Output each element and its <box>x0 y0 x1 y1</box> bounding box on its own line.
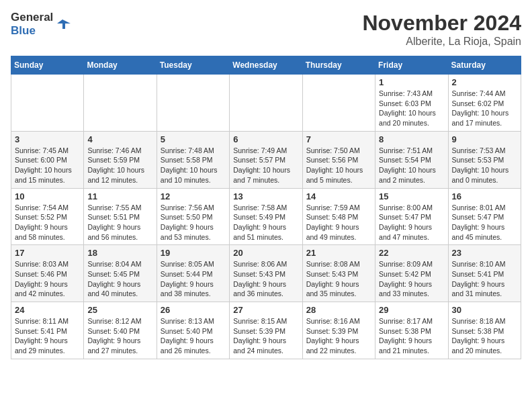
day-info: Sunrise: 7:48 AMSunset: 5:58 PMDaylight:… <box>161 146 226 185</box>
calendar-cell: 21Sunrise: 8:08 AMSunset: 5:43 PMDayligh… <box>302 245 375 302</box>
calendar-cell: 4Sunrise: 7:46 AMSunset: 5:59 PMDaylight… <box>84 131 157 188</box>
day-number: 17 <box>15 248 80 258</box>
day-header-friday: Friday <box>375 56 448 75</box>
calendar-cell <box>84 75 157 132</box>
day-number: 7 <box>306 134 371 144</box>
calendar-cell: 23Sunrise: 8:10 AMSunset: 5:41 PMDayligh… <box>448 245 521 302</box>
calendar-cell <box>157 75 229 132</box>
day-info: Sunrise: 8:18 AMSunset: 5:38 PMDaylight:… <box>452 316 517 356</box>
calendar-cell: 28Sunrise: 8:16 AMSunset: 5:39 PMDayligh… <box>302 302 375 359</box>
location-subtitle: Alberite, La Rioja, Spain <box>362 36 521 48</box>
day-header-saturday: Saturday <box>448 56 521 75</box>
day-number: 1 <box>379 77 444 87</box>
logo: General Blue <box>11 11 71 38</box>
day-info: Sunrise: 8:15 AMSunset: 5:39 PMDaylight:… <box>233 316 298 356</box>
calendar-cell: 7Sunrise: 7:50 AMSunset: 5:56 PMDaylight… <box>302 131 375 188</box>
day-info: Sunrise: 8:13 AMSunset: 5:40 PMDaylight:… <box>161 316 226 356</box>
day-info: Sunrise: 8:03 AMSunset: 5:46 PMDaylight:… <box>15 259 80 299</box>
day-number: 11 <box>87 191 152 201</box>
calendar-cell: 1Sunrise: 7:43 AMSunset: 6:03 PMDaylight… <box>375 75 448 132</box>
day-info: Sunrise: 7:43 AMSunset: 6:03 PMDaylight:… <box>379 89 444 128</box>
calendar-cell <box>230 75 302 132</box>
day-info: Sunrise: 7:50 AMSunset: 5:56 PMDaylight:… <box>306 146 371 185</box>
day-number: 3 <box>15 134 80 144</box>
page-header: General Blue November 2024 Alberite, La … <box>11 11 521 48</box>
logo-blue: Blue <box>11 24 53 38</box>
day-number: 16 <box>452 191 517 201</box>
calendar-cell: 16Sunrise: 8:01 AMSunset: 5:47 PMDayligh… <box>448 188 521 245</box>
calendar-cell: 14Sunrise: 7:59 AMSunset: 5:48 PMDayligh… <box>302 188 375 245</box>
calendar-cell: 9Sunrise: 7:53 AMSunset: 5:53 PMDaylight… <box>448 131 521 188</box>
day-info: Sunrise: 8:10 AMSunset: 5:41 PMDaylight:… <box>452 259 517 299</box>
day-header-thursday: Thursday <box>302 56 375 75</box>
day-number: 30 <box>452 305 517 315</box>
day-number: 14 <box>306 191 371 201</box>
day-info: Sunrise: 8:05 AMSunset: 5:44 PMDaylight:… <box>161 259 226 299</box>
day-number: 8 <box>379 134 444 144</box>
logo-general: General <box>11 11 53 24</box>
calendar-cell: 19Sunrise: 8:05 AMSunset: 5:44 PMDayligh… <box>157 245 229 302</box>
calendar-cell: 10Sunrise: 7:54 AMSunset: 5:52 PMDayligh… <box>11 188 84 245</box>
calendar-cell: 3Sunrise: 7:45 AMSunset: 6:00 PMDaylight… <box>11 131 84 188</box>
calendar-cell: 15Sunrise: 8:00 AMSunset: 5:47 PMDayligh… <box>375 188 448 245</box>
day-number: 13 <box>233 191 298 201</box>
calendar-cell: 22Sunrise: 8:09 AMSunset: 5:42 PMDayligh… <box>375 245 448 302</box>
day-number: 20 <box>233 248 298 258</box>
calendar-cell: 20Sunrise: 8:06 AMSunset: 5:43 PMDayligh… <box>230 245 302 302</box>
day-info: Sunrise: 8:00 AMSunset: 5:47 PMDaylight:… <box>379 203 444 242</box>
calendar-cell: 2Sunrise: 7:44 AMSunset: 6:02 PMDaylight… <box>448 75 521 132</box>
calendar-table: SundayMondayTuesdayWednesdayThursdayFrid… <box>11 56 521 359</box>
day-header-sunday: Sunday <box>11 56 84 75</box>
day-info: Sunrise: 8:17 AMSunset: 5:38 PMDaylight:… <box>379 316 444 356</box>
title-block: November 2024 Alberite, La Rioja, Spain <box>362 11 521 48</box>
day-info: Sunrise: 8:09 AMSunset: 5:42 PMDaylight:… <box>379 259 444 299</box>
day-number: 6 <box>233 134 298 144</box>
day-number: 29 <box>379 305 444 315</box>
day-number: 23 <box>452 248 517 258</box>
day-number: 12 <box>161 191 226 201</box>
day-info: Sunrise: 8:04 AMSunset: 5:45 PMDaylight:… <box>87 259 152 299</box>
day-number: 4 <box>87 134 152 144</box>
calendar-cell: 24Sunrise: 8:11 AMSunset: 5:41 PMDayligh… <box>11 302 84 359</box>
calendar-cell: 27Sunrise: 8:15 AMSunset: 5:39 PMDayligh… <box>230 302 302 359</box>
day-number: 22 <box>379 248 444 258</box>
day-info: Sunrise: 7:59 AMSunset: 5:48 PMDaylight:… <box>306 203 371 242</box>
day-info: Sunrise: 7:58 AMSunset: 5:49 PMDaylight:… <box>233 203 298 242</box>
day-info: Sunrise: 7:49 AMSunset: 5:57 PMDaylight:… <box>233 146 298 185</box>
calendar-cell: 8Sunrise: 7:51 AMSunset: 5:54 PMDaylight… <box>375 131 448 188</box>
calendar-cell: 18Sunrise: 8:04 AMSunset: 5:45 PMDayligh… <box>84 245 157 302</box>
calendar-cell: 30Sunrise: 8:18 AMSunset: 5:38 PMDayligh… <box>448 302 521 359</box>
day-number: 9 <box>452 134 517 144</box>
calendar-cell <box>11 75 84 132</box>
day-number: 24 <box>15 305 80 315</box>
calendar-cell: 6Sunrise: 7:49 AMSunset: 5:57 PMDaylight… <box>230 131 302 188</box>
day-number: 21 <box>306 248 371 258</box>
svg-marker-0 <box>57 19 71 29</box>
day-info: Sunrise: 8:01 AMSunset: 5:47 PMDaylight:… <box>452 203 517 242</box>
day-number: 26 <box>161 305 226 315</box>
day-info: Sunrise: 7:54 AMSunset: 5:52 PMDaylight:… <box>15 203 80 242</box>
calendar-cell <box>302 75 375 132</box>
day-number: 28 <box>306 305 371 315</box>
calendar-cell: 26Sunrise: 8:13 AMSunset: 5:40 PMDayligh… <box>157 302 229 359</box>
day-info: Sunrise: 7:51 AMSunset: 5:54 PMDaylight:… <box>379 146 444 185</box>
calendar-cell: 5Sunrise: 7:48 AMSunset: 5:58 PMDaylight… <box>157 131 229 188</box>
day-info: Sunrise: 7:45 AMSunset: 6:00 PMDaylight:… <box>15 146 80 185</box>
day-number: 25 <box>87 305 152 315</box>
day-info: Sunrise: 8:16 AMSunset: 5:39 PMDaylight:… <box>306 316 371 356</box>
calendar-cell: 17Sunrise: 8:03 AMSunset: 5:46 PMDayligh… <box>11 245 84 302</box>
day-number: 27 <box>233 305 298 315</box>
day-info: Sunrise: 7:53 AMSunset: 5:53 PMDaylight:… <box>452 146 517 185</box>
day-header-wednesday: Wednesday <box>230 56 302 75</box>
day-info: Sunrise: 8:06 AMSunset: 5:43 PMDaylight:… <box>233 259 298 299</box>
day-info: Sunrise: 7:56 AMSunset: 5:50 PMDaylight:… <box>161 203 226 242</box>
day-info: Sunrise: 8:11 AMSunset: 5:41 PMDaylight:… <box>15 316 80 356</box>
day-number: 15 <box>379 191 444 201</box>
calendar-cell: 11Sunrise: 7:55 AMSunset: 5:51 PMDayligh… <box>84 188 157 245</box>
month-title: November 2024 <box>362 11 521 36</box>
day-number: 5 <box>161 134 226 144</box>
day-number: 18 <box>87 248 152 258</box>
calendar-cell: 13Sunrise: 7:58 AMSunset: 5:49 PMDayligh… <box>230 188 302 245</box>
calendar-cell: 12Sunrise: 7:56 AMSunset: 5:50 PMDayligh… <box>157 188 229 245</box>
calendar-cell: 25Sunrise: 8:12 AMSunset: 5:40 PMDayligh… <box>84 302 157 359</box>
